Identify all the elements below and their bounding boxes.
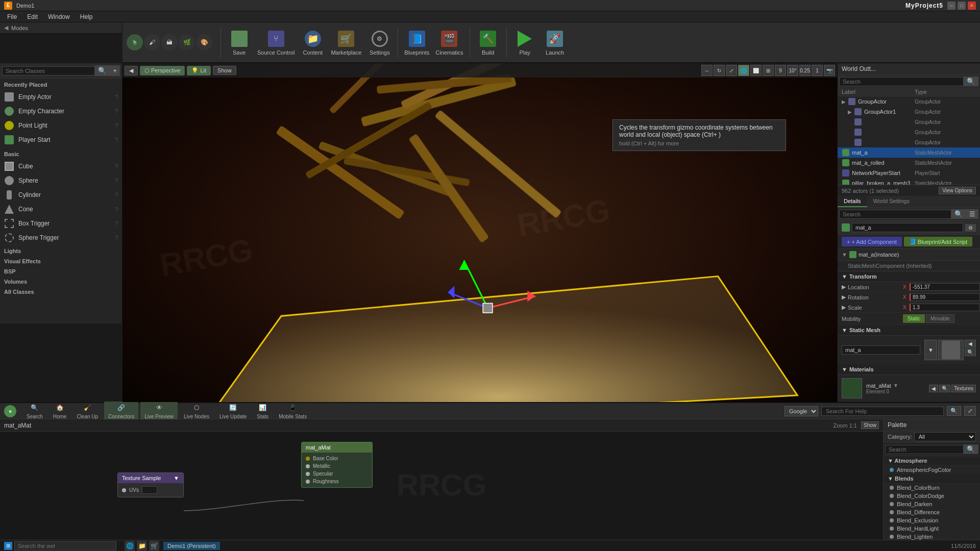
minimize-button[interactable]: ─ xyxy=(947,2,955,10)
paint-mode-icon[interactable]: 🖌 xyxy=(144,34,160,51)
sphere-item[interactable]: Sphere ? xyxy=(0,173,122,188)
build-button[interactable]: 🔨 Build xyxy=(474,25,502,60)
perspective-button[interactable]: ⬡ Perspective xyxy=(140,66,185,76)
show-toggle-button[interactable]: Show xyxy=(861,421,879,429)
vp-scale-icon[interactable]: ⤢ xyxy=(726,65,737,76)
empty-actor-item[interactable]: Empty Actor ? xyxy=(0,90,122,104)
live-update-button[interactable]: 🔄 Live Update xyxy=(215,402,251,420)
empty-actor-action[interactable]: ? xyxy=(115,94,118,100)
sphere-trigger-action[interactable]: ? xyxy=(115,235,118,241)
view-options-button[interactable]: View Options xyxy=(939,187,976,194)
recently-placed-header[interactable]: Recently Placed xyxy=(0,80,122,90)
texture-sample-expand[interactable]: ▼ xyxy=(174,475,179,481)
live-nodes-button[interactable]: ⬡ Live Nodes xyxy=(180,402,213,420)
cinematics-button[interactable]: 🎬 Cinematics xyxy=(433,25,465,60)
blend-lighten-item[interactable]: Blend_Lighten xyxy=(884,533,980,540)
volumes-header[interactable]: Volumes xyxy=(0,277,122,287)
vp-rotate-icon[interactable]: ↻ xyxy=(714,65,725,76)
palette-search-input[interactable] xyxy=(885,445,964,454)
static-mobility-btn[interactable]: Static xyxy=(903,314,925,323)
details-instance-row[interactable]: ▼ mat_a(Instance) xyxy=(838,249,980,261)
play-button[interactable]: Play xyxy=(511,25,539,60)
mobile-stats-button[interactable]: 📱 Mobile Stats xyxy=(275,402,311,420)
settings-button[interactable]: ⚙ Settings xyxy=(365,25,394,60)
menu-file[interactable]: File xyxy=(2,12,22,21)
actor-name-input[interactable] xyxy=(852,223,963,232)
outliner-sub2[interactable]: GroupActor xyxy=(838,127,980,137)
mat-search-btn[interactable]: 🔍 xyxy=(939,385,950,392)
outliner-group-actor1[interactable]: ▶ GroupActor1 GroupActor xyxy=(838,107,980,117)
palette-search-button[interactable]: 🔍 xyxy=(964,444,978,454)
stats-button[interactable]: 📊 Stats xyxy=(253,402,273,420)
menu-help[interactable]: Help xyxy=(75,12,98,21)
uvs-input[interactable] xyxy=(142,486,157,494)
blend-darken-item[interactable]: Blend_Darken xyxy=(884,500,980,508)
palette-category-select[interactable]: All xyxy=(914,432,976,441)
blends-section[interactable]: ▼ Blends xyxy=(884,474,980,484)
details-tab[interactable]: Details xyxy=(838,196,867,207)
vp-surface-icon[interactable]: ⬜ xyxy=(750,65,762,76)
empty-character-action[interactable]: ? xyxy=(115,109,118,114)
lights-header[interactable]: Lights xyxy=(0,246,122,256)
save-button[interactable]: Save xyxy=(225,25,253,60)
source-control-button[interactable]: ⑂ Source Control xyxy=(255,25,297,60)
player-start-item[interactable]: Player Start ? xyxy=(0,133,122,147)
class-filter-button[interactable]: + xyxy=(110,65,120,76)
vp-world-icon[interactable]: 🌐 xyxy=(738,65,749,76)
sm-browse-btn[interactable]: ▼ xyxy=(924,340,937,360)
world-settings-tab[interactable]: World Settings xyxy=(867,196,916,207)
menu-window[interactable]: Window xyxy=(43,12,75,21)
select-mode-icon[interactable]: 🖱 xyxy=(127,34,143,51)
cylinder-action[interactable]: ? xyxy=(115,192,118,198)
maximize-button[interactable]: □ xyxy=(958,2,966,10)
taskbar-ie[interactable]: 🌐 xyxy=(125,541,135,551)
movable-mobility-btn[interactable]: Movable xyxy=(926,314,954,323)
outliner-network-player[interactable]: NetworkPlayerStart PlayerStart xyxy=(838,168,980,178)
home-button[interactable]: 🏠 Home xyxy=(49,402,71,420)
outliner-pillar3[interactable]: pillar_broken_a_mesh3 StaticMeshActor xyxy=(838,178,980,185)
mesh-paint-icon[interactable]: 🎨 xyxy=(196,34,212,51)
blueprints-button[interactable]: 📘 Blueprints xyxy=(402,25,431,60)
lit-button[interactable]: 💡 Lit xyxy=(187,66,211,76)
mat-dropdown-btn[interactable]: ▼ xyxy=(893,383,898,388)
outliner-sub3[interactable]: GroupActor xyxy=(838,137,980,147)
outliner-mat-a[interactable]: mat_a StaticMeshActor xyxy=(838,147,980,158)
atmospheric-fog-item[interactable]: AtmosphericFogColor xyxy=(884,466,980,474)
vp-camera-icon[interactable]: 📷 xyxy=(824,65,835,76)
loc-x-input[interactable] xyxy=(910,283,980,291)
cone-action[interactable]: ? xyxy=(115,207,118,212)
landscape-mode-icon[interactable]: 🏔 xyxy=(161,34,178,51)
mat-a-mat-main-node[interactable]: mat_aMat Base Color Metallic xyxy=(301,442,373,488)
details-grid-btn[interactable]: ☰ xyxy=(966,209,978,219)
texture-sample-node[interactable]: Texture Sample ▼ UVs xyxy=(117,472,184,497)
bottom-expand-button[interactable]: ⤢ xyxy=(964,406,976,416)
blend-colordodge-item[interactable]: Blend_ColorDodge xyxy=(884,492,980,500)
bsp-header[interactable]: BSP xyxy=(0,266,122,277)
windows-search-input[interactable] xyxy=(14,541,116,550)
outliner-mat-a-rolled[interactable]: mat_a_rolled StaticMeshActor xyxy=(838,158,980,168)
static-mesh-section-title[interactable]: ▼ Static Mesh xyxy=(838,325,980,336)
cone-item[interactable]: Cone ? xyxy=(0,202,122,216)
vp-snap-grid-val[interactable]: 9 xyxy=(775,65,786,76)
viewport-arrow-button[interactable]: ◀ xyxy=(125,66,138,76)
add-component-button[interactable]: + + Add Component xyxy=(842,237,902,246)
scale-x-input[interactable] xyxy=(910,304,980,311)
details-inherited-row[interactable]: StaticMeshComponent (Inherited) xyxy=(838,261,980,271)
all-classes-header[interactable]: All Classes xyxy=(0,287,122,297)
outliner-search-input[interactable] xyxy=(839,77,964,86)
point-light-item[interactable]: Point Light ? xyxy=(0,118,122,133)
cube-item[interactable]: Cube ? xyxy=(0,159,122,173)
viewport[interactable]: ◀ ⬡ Perspective 💡 Lit Show ↔ ↻ ⤢ 🌐 ⬜ ⊞ xyxy=(122,63,837,402)
basic-header[interactable]: Basic xyxy=(0,149,122,159)
class-search-input[interactable] xyxy=(2,66,95,76)
point-light-action[interactable]: ? xyxy=(115,123,118,129)
outliner-search-button[interactable]: 🔍 xyxy=(964,77,978,86)
windows-start[interactable]: ⊞ xyxy=(4,541,116,550)
blend-difference-item[interactable]: Blend_Difference xyxy=(884,508,980,516)
details-search-btn[interactable]: 🔍 xyxy=(951,209,966,219)
empty-character-item[interactable]: Empty Character ? xyxy=(0,104,122,118)
cylinder-item[interactable]: Cylinder ? xyxy=(0,188,122,202)
sphere-trigger-item[interactable]: Sphere Trigger ? xyxy=(0,231,122,245)
visual-effects-header[interactable]: Visual Effects xyxy=(0,256,122,266)
sm-prev-btn[interactable]: ◀ xyxy=(965,340,976,347)
